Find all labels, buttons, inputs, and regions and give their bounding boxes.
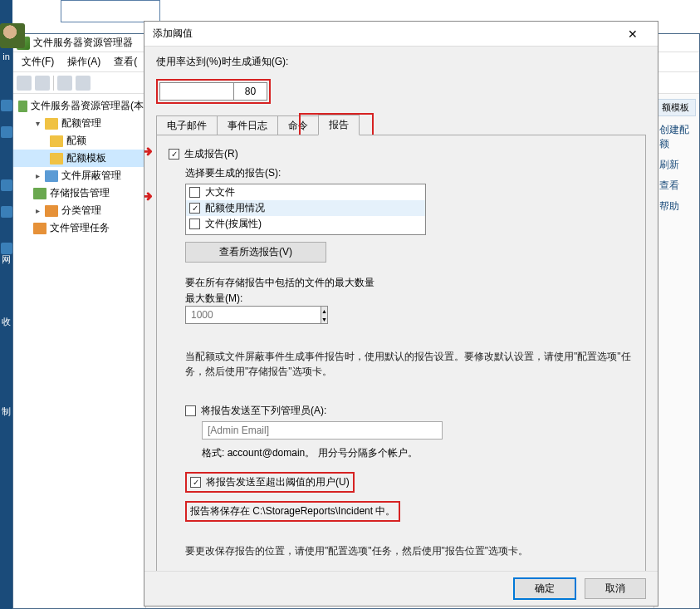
generate-reports-checkbox[interactable] xyxy=(169,149,179,160)
menu-action[interactable]: 操作(A) xyxy=(62,53,105,71)
send-admin-row[interactable]: 将报告发送至下列管理员(A): xyxy=(185,404,634,418)
folder-icon xyxy=(33,223,47,234)
taskbar-icon[interactable] xyxy=(1,179,12,191)
tree-classification[interactable]: ▸ 分类管理 xyxy=(13,202,145,219)
report-item-label: 配额使用情况 xyxy=(205,201,265,215)
annotation-arrow-icon: ➜ xyxy=(144,142,153,160)
folder-icon xyxy=(33,188,47,199)
toolbar-refresh-icon[interactable] xyxy=(76,76,91,91)
close-button[interactable]: ✕ xyxy=(616,22,649,46)
tree-quota-mgmt[interactable]: ▾ 配额管理 xyxy=(13,115,145,132)
tree-root[interactable]: 文件服务器资源管理器(本 xyxy=(13,97,145,115)
action-help[interactable]: 帮助 xyxy=(658,196,696,217)
report-settings-help: 当配额或文件屏蔽事件生成事件报告时，使用默认的报告设置。要修改默认设置，请使用"… xyxy=(185,349,634,379)
annotation-arrow-icon: ➜ xyxy=(144,187,153,205)
tree-label: 分类管理 xyxy=(61,204,101,218)
fsrm-root-icon xyxy=(18,101,27,112)
expand-icon[interactable]: ▸ xyxy=(33,207,42,215)
taskbar-text: 收 xyxy=(0,316,12,328)
action-create-template[interactable]: 创建配额 xyxy=(658,120,696,155)
send-user-checkbox[interactable] xyxy=(190,477,201,488)
tree-label: 存储报告管理 xyxy=(50,186,110,200)
send-admin-label: 将报告发送至下列管理员(A): xyxy=(201,404,326,418)
max-files-label: 要在所有存储报告中包括的文件的最大数量 xyxy=(185,276,634,290)
report-item-large-files[interactable]: 大文件 xyxy=(186,184,425,200)
report-item-files-by-property[interactable]: 文件(按属性) xyxy=(186,216,425,232)
tree-storage-reports[interactable]: 存储报告管理 xyxy=(13,184,145,202)
collapse-icon[interactable]: ▾ xyxy=(33,120,42,128)
report-item-label: 大文件 xyxy=(205,185,235,199)
cancel-button[interactable]: 取消 xyxy=(585,578,646,599)
tab-email[interactable]: 电子邮件 xyxy=(156,115,218,135)
threshold-input-blank[interactable] xyxy=(159,82,234,101)
report-checkbox[interactable] xyxy=(189,187,200,198)
tab-panel-report: ➜ 生成报告(R) 选择要生成的报告(S): ➜ 大文件 配额使用情况 xyxy=(156,135,646,571)
send-user-row[interactable]: 将报告发送至超出阈值的用户(U) xyxy=(190,475,350,489)
folder-icon xyxy=(50,153,63,165)
actions-header: 额模板 xyxy=(658,99,696,116)
tree-file-screening[interactable]: ▸ 文件屏蔽管理 xyxy=(13,167,145,184)
tree-root-label: 文件服务器资源管理器(本 xyxy=(31,99,144,113)
max-count-label: 最大数量(M): xyxy=(185,292,634,306)
threshold-label: 使用率达到(%)时生成通知(G): xyxy=(156,55,288,69)
menu-file[interactable]: 文件(F) xyxy=(17,53,59,71)
taskbar-text: 网 xyxy=(0,253,12,266)
taskbar-text: 制 xyxy=(0,405,12,418)
taskbar-icon[interactable] xyxy=(1,126,12,138)
send-user-highlight-box: 将报告发送至超出阈值的用户(U) xyxy=(185,472,355,493)
close-icon: ✕ xyxy=(628,27,638,41)
menu-view[interactable]: 查看( xyxy=(109,53,142,71)
select-reports-label: 选择要生成的报告(S): xyxy=(185,166,634,180)
folder-icon xyxy=(45,118,58,130)
tree-label: 配额管理 xyxy=(61,116,101,130)
tree-label: 文件管理任务 xyxy=(50,221,110,235)
dialog-button-bar: 确定 取消 xyxy=(144,571,658,606)
admin-email-format: 格式: account@domain。 用分号分隔多个帐户。 xyxy=(202,446,634,460)
ok-button[interactable]: 确定 xyxy=(513,577,576,600)
max-count-input[interactable] xyxy=(185,306,321,324)
report-item-quota-usage[interactable]: 配额使用情况 xyxy=(186,200,425,216)
tab-eventlog[interactable]: 事件日志 xyxy=(217,115,278,135)
windows-taskbar-edge: in 网 收 制 xyxy=(0,0,12,609)
fsrm-title: 文件服务器资源管理器 xyxy=(33,36,133,50)
tab-strip: 电子邮件 事件日志 命令 报告 xyxy=(156,115,646,135)
toolbar-icon[interactable] xyxy=(57,76,72,91)
send-admin-checkbox[interactable] xyxy=(185,405,196,416)
expand-icon[interactable]: ▸ xyxy=(33,172,42,180)
taskbar-icon[interactable] xyxy=(1,243,12,254)
dialog-title: 添加阈值 xyxy=(153,27,616,41)
threshold-value-input[interactable] xyxy=(234,82,267,101)
generate-reports-row[interactable]: 生成报告(R) xyxy=(169,147,634,161)
taskbar-icon[interactable] xyxy=(1,206,12,218)
tab-command[interactable]: 命令 xyxy=(277,115,319,135)
spinner-down-icon[interactable]: ▼ xyxy=(321,315,327,323)
taskbar-text: in xyxy=(0,52,12,61)
send-user-label: 将报告发送至超出阈值的用户(U) xyxy=(206,475,350,489)
folder-icon xyxy=(45,170,58,182)
toolbar-forward-icon[interactable] xyxy=(35,76,50,91)
fsrm-tree[interactable]: 文件服务器资源管理器(本 ▾ 配额管理 配额 配额模板 ▸ 文件屏蔽管理 xyxy=(13,94,146,608)
action-refresh[interactable]: 刷新 xyxy=(658,155,696,175)
action-view[interactable]: 查看 xyxy=(658,175,696,196)
tab-report[interactable]: 报告 xyxy=(318,115,360,135)
toolbar-back-icon[interactable] xyxy=(17,76,32,91)
admin-email-input[interactable] xyxy=(202,421,443,440)
dialog-titlebar[interactable]: 添加阈值 ✕ xyxy=(144,22,658,47)
spinner-up-icon[interactable]: ▲ xyxy=(321,307,327,315)
taskbar-icon[interactable] xyxy=(1,100,12,111)
threshold-highlight-box xyxy=(156,79,271,104)
background-window-sliver xyxy=(61,0,160,22)
save-location-help: 要更改保存报告的位置，请使用"配置选项"任务，然后使用"报告位置"选项卡。 xyxy=(185,543,634,558)
max-count-spinner[interactable]: ▲ ▼ xyxy=(185,306,310,324)
folder-icon xyxy=(50,135,63,147)
report-checkbox[interactable] xyxy=(189,203,200,214)
save-path-highlight-box: 报告将保存在 C:\StorageReports\Incident 中。 xyxy=(185,501,400,522)
tree-quota-templates[interactable]: 配额模板 xyxy=(13,150,145,167)
tree-label: 文件屏蔽管理 xyxy=(61,169,121,183)
report-checkbox[interactable] xyxy=(189,219,200,229)
report-list[interactable]: 大文件 配额使用情况 文件(按属性) xyxy=(185,184,426,235)
tree-file-tasks[interactable]: 文件管理任务 xyxy=(13,219,145,237)
folder-icon xyxy=(45,205,58,217)
view-selected-reports-button[interactable]: 查看所选报告(V) xyxy=(185,242,326,263)
tree-quota[interactable]: 配额 xyxy=(13,132,145,150)
